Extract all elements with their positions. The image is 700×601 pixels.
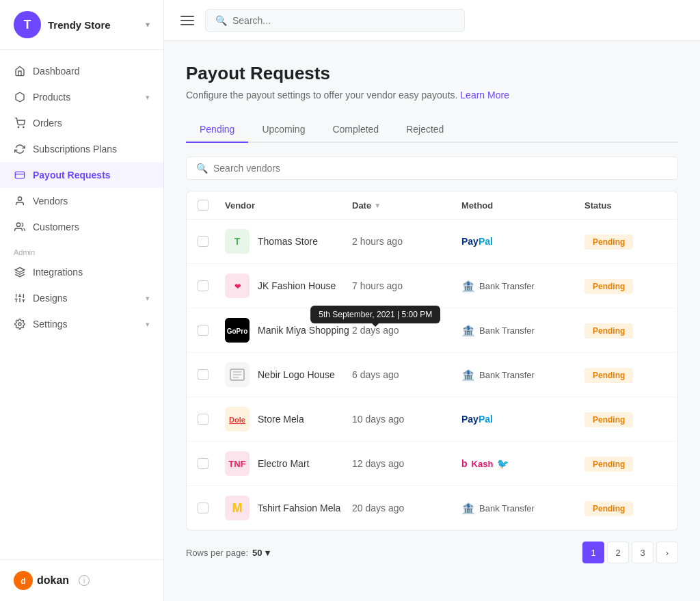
rows-label: Rows per page: bbox=[186, 548, 248, 558]
date-tooltip: 5th September, 2021 | 5:00 PM bbox=[310, 306, 440, 323]
table-row: GoPro Manik Miya Shopping 2 days ago 5th… bbox=[187, 308, 677, 353]
select-all-checkbox[interactable] bbox=[198, 200, 208, 211]
sidebar-nav: Dashboard Products ▾ Orders Subscription… bbox=[0, 50, 163, 559]
info-icon[interactable]: i bbox=[79, 575, 90, 586]
tab-completed[interactable]: Completed bbox=[319, 117, 392, 143]
page-button-1[interactable]: 1 bbox=[582, 542, 604, 563]
pagination: Rows per page: 50 ▾ 1 2 3 › bbox=[186, 531, 678, 563]
bank-icon: 🏦 bbox=[461, 324, 475, 337]
tab-pending[interactable]: Pending bbox=[186, 117, 248, 143]
row-checkbox[interactable] bbox=[198, 369, 208, 380]
gear-icon bbox=[14, 318, 26, 330]
header-method: Method bbox=[461, 200, 584, 211]
vendor-name: Manik Miya Shopping bbox=[258, 325, 349, 336]
paypal-logo: PayPal bbox=[461, 414, 493, 425]
svg-text:❤: ❤ bbox=[234, 282, 241, 291]
store-avatar: T bbox=[14, 11, 41, 38]
sidebar-item-vendors[interactable]: Vendors bbox=[0, 188, 163, 214]
date-cell: 2 hours ago bbox=[352, 236, 461, 247]
sidebar-item-integrations[interactable]: Integrations bbox=[0, 259, 163, 285]
topbar: 🔍 bbox=[164, 0, 700, 41]
sidebar-item-customers[interactable]: Customers bbox=[0, 214, 163, 240]
svg-text:M: M bbox=[232, 501, 243, 515]
date-cell: 12 days ago bbox=[352, 458, 461, 469]
vendor-logo bbox=[225, 362, 250, 387]
status-cell: Pending bbox=[584, 503, 667, 513]
row-checkbox[interactable] bbox=[198, 280, 208, 291]
svg-point-16 bbox=[18, 323, 21, 325]
vendor-cell: Nebir Logo House bbox=[225, 362, 352, 387]
sidebar-item-payout-requests[interactable]: Payout Requests bbox=[0, 162, 163, 188]
svg-text:d: d bbox=[21, 576, 25, 586]
status-cell: Pending bbox=[584, 458, 667, 469]
status-cell: Pending bbox=[584, 369, 667, 380]
vendor-search-box[interactable]: 🔍 bbox=[186, 157, 678, 180]
page-content: Payout Requests Configure the payout set… bbox=[164, 41, 700, 601]
table-row: Nebir Logo House 6 days ago 🏦 Bank Trans… bbox=[187, 353, 677, 397]
payout-table: Vendor Date ▼ Method Status T Thomas Sto… bbox=[186, 191, 678, 531]
store-name: Trendy Store bbox=[48, 19, 111, 31]
page-button-2[interactable]: 2 bbox=[607, 542, 629, 563]
row-checkbox[interactable] bbox=[198, 236, 208, 247]
sidebar-header[interactable]: T Trendy Store ▾ bbox=[0, 0, 163, 50]
row-checkbox[interactable] bbox=[198, 325, 208, 336]
status-badge: Pending bbox=[584, 323, 633, 338]
menu-toggle-button[interactable] bbox=[180, 16, 194, 25]
row-checkbox[interactable] bbox=[198, 503, 208, 513]
header-checkbox[interactable] bbox=[198, 200, 225, 211]
row-checkbox[interactable] bbox=[198, 414, 208, 425]
sidebar-item-orders[interactable]: Orders bbox=[0, 110, 163, 136]
date-cell: 6 days ago bbox=[352, 369, 461, 380]
chevron-right-icon: ▾ bbox=[146, 294, 150, 303]
page-title: Payout Requests bbox=[186, 63, 678, 84]
main-content: 🔍 Payout Requests Configure the payout s… bbox=[164, 0, 700, 601]
svg-point-0 bbox=[18, 126, 18, 127]
vendor-search-input[interactable] bbox=[213, 163, 668, 174]
svg-rect-2 bbox=[15, 172, 24, 178]
cart-icon bbox=[14, 117, 26, 129]
tabs-bar: Pending Upcoming Completed Rejected bbox=[186, 117, 678, 143]
sidebar-item-label: Designs bbox=[33, 293, 68, 304]
bkash-logo: b bbox=[461, 458, 468, 469]
tab-upcoming[interactable]: Upcoming bbox=[248, 117, 319, 143]
method-cell: 🏦 Bank Transfer bbox=[461, 502, 584, 515]
method-label: Bank Transfer bbox=[479, 370, 535, 380]
status-cell: Pending bbox=[584, 325, 667, 336]
sidebar-item-settings[interactable]: Settings ▾ bbox=[0, 311, 163, 337]
table-row: ❤ JK Fashion House 7 hours ago 🏦 Bank Tr… bbox=[187, 264, 677, 308]
method-label: Bank Transfer bbox=[479, 281, 535, 291]
rows-per-page-select[interactable]: 50 ▾ bbox=[252, 548, 269, 558]
design-icon bbox=[14, 292, 26, 304]
row-checkbox[interactable] bbox=[198, 458, 208, 469]
status-badge: Pending bbox=[584, 412, 633, 427]
vendor-cell: T Thomas Store bbox=[225, 229, 352, 254]
search-input[interactable] bbox=[232, 15, 455, 26]
status-badge: Pending bbox=[584, 279, 633, 294]
page-button-3[interactable]: 3 bbox=[632, 542, 654, 563]
page-button-next[interactable]: › bbox=[656, 542, 678, 563]
header-date[interactable]: Date ▼ bbox=[352, 200, 461, 211]
person-icon bbox=[14, 195, 26, 207]
svg-text:GoPro: GoPro bbox=[227, 328, 248, 335]
refresh-icon bbox=[14, 143, 26, 155]
vendor-name: Tshirt Fahsion Mela bbox=[258, 503, 340, 513]
sidebar-item-label: Subscriptions Plans bbox=[33, 144, 117, 155]
sidebar-item-dashboard[interactable]: Dashboard bbox=[0, 58, 163, 84]
learn-more-link[interactable]: Learn More bbox=[460, 90, 509, 101]
method-cell: PayPal bbox=[461, 414, 584, 425]
vendor-logo: ❤ bbox=[225, 273, 250, 298]
global-search-box[interactable]: 🔍 bbox=[205, 9, 465, 32]
vendor-logo: M bbox=[225, 496, 250, 520]
date-cell: 2 days ago 5th September, 2021 | 5:00 PM bbox=[352, 325, 461, 336]
sidebar-item-products[interactable]: Products ▾ bbox=[0, 84, 163, 110]
sidebar-item-subscriptions[interactable]: Subscriptions Plans bbox=[0, 136, 163, 162]
table-header: Vendor Date ▼ Method Status bbox=[187, 191, 677, 219]
tab-rejected[interactable]: Rejected bbox=[392, 117, 457, 143]
method-cell: PayPal bbox=[461, 236, 584, 247]
status-badge: Pending bbox=[584, 501, 633, 516]
sidebar-item-designs[interactable]: Designs ▾ bbox=[0, 285, 163, 311]
vendor-logo: TNF bbox=[225, 451, 250, 476]
sidebar-item-label: Payout Requests bbox=[33, 170, 111, 181]
method-label: Bank Transfer bbox=[479, 325, 535, 336]
sidebar-item-label: Settings bbox=[33, 319, 68, 330]
